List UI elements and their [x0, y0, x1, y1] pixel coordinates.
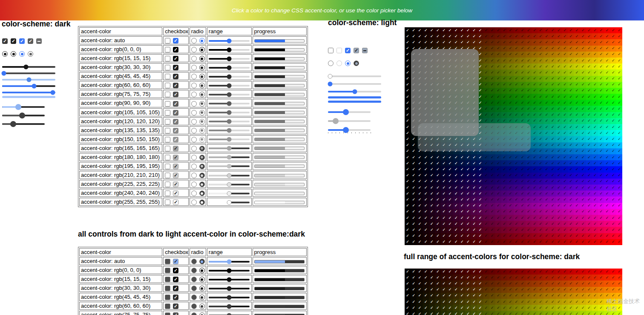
palette-checkbox[interactable]: ✓: [507, 287, 513, 293]
palette-checkbox[interactable]: ✓: [471, 46, 477, 52]
palette-checkbox[interactable]: ✓: [556, 160, 562, 166]
palette-checkbox[interactable]: ✓: [483, 94, 489, 100]
palette-checkbox[interactable]: ✓: [532, 94, 538, 100]
palette-checkbox[interactable]: ✓: [477, 275, 483, 280]
palette-checkbox[interactable]: ✓: [465, 299, 471, 305]
palette-checkbox[interactable]: ✓: [507, 185, 513, 191]
palette-checkbox[interactable]: ✓: [543, 311, 549, 315]
palette-checkbox[interactable]: ✓: [489, 215, 495, 221]
palette-checkbox[interactable]: ✓: [550, 166, 556, 172]
palette-checkbox[interactable]: ✓: [495, 173, 501, 179]
accent-palette-grid-dark[interactable]: ✓✓✓✓✓✓✓✓✓✓✓✓✓✓✓✓✓✓✓✓✓✓✓✓✓✓✓✓✓✓✓✓✓✓✓✓✓✓✓✓…: [405, 269, 622, 315]
palette-checkbox[interactable]: ✓: [514, 311, 520, 315]
radio-button[interactable]: [199, 164, 205, 169]
palette-checkbox[interactable]: ✓: [543, 173, 549, 179]
palette-checkbox[interactable]: ✓: [501, 33, 507, 39]
palette-checkbox[interactable]: ✓: [477, 287, 483, 293]
palette-checkbox[interactable]: ✓: [538, 215, 543, 221]
palette-checkbox[interactable]: ✓: [477, 136, 483, 142]
slider-thumb[interactable]: [227, 110, 231, 115]
palette-checkbox[interactable]: ✓: [556, 275, 562, 280]
palette-checkbox[interactable]: ✓: [465, 106, 471, 112]
palette-checkbox[interactable]: ✓: [447, 52, 453, 58]
palette-checkbox[interactable]: ✓: [441, 209, 447, 215]
palette-checkbox[interactable]: ✓: [592, 179, 598, 185]
palette-checkbox[interactable]: ✓: [453, 64, 459, 69]
palette-checkbox[interactable]: ✓: [543, 27, 549, 33]
palette-checkbox[interactable]: ✓: [411, 69, 417, 75]
palette-checkbox[interactable]: ✓: [471, 82, 477, 88]
palette-checkbox[interactable]: ✓: [471, 173, 477, 179]
palette-checkbox[interactable]: ✓: [532, 197, 538, 202]
palette-checkbox[interactable]: ✓: [459, 52, 465, 58]
palette-checkbox[interactable]: ✓: [507, 52, 513, 58]
palette-checkbox[interactable]: ✓: [465, 305, 471, 311]
palette-checkbox[interactable]: ✓: [471, 311, 477, 315]
checkbox[interactable]: [165, 128, 170, 133]
palette-checkbox[interactable]: ✓: [598, 233, 604, 239]
palette-checkbox[interactable]: ✓: [483, 233, 489, 239]
palette-checkbox[interactable]: ✓: [520, 124, 526, 130]
palette-checkbox[interactable]: ✓: [574, 76, 580, 82]
range-slider[interactable]: [209, 268, 250, 273]
palette-checkbox[interactable]: ✓: [447, 209, 453, 215]
palette-checkbox[interactable]: ✓: [453, 233, 459, 239]
palette-checkbox[interactable]: ✓: [604, 69, 610, 75]
palette-checkbox[interactable]: ✓: [610, 58, 616, 64]
palette-checkbox[interactable]: ✓: [562, 69, 568, 75]
palette-checkbox[interactable]: ✓: [489, 269, 495, 275]
palette-checkbox[interactable]: ✓: [543, 46, 549, 52]
palette-checkbox[interactable]: ✓: [532, 154, 538, 160]
palette-checkbox[interactable]: ✓: [543, 112, 549, 118]
palette-checkbox[interactable]: ✓: [501, 52, 507, 58]
checkbox[interactable]: [165, 259, 170, 264]
palette-checkbox[interactable]: ✓: [465, 142, 471, 148]
palette-checkbox[interactable]: ✓: [423, 52, 429, 58]
palette-checkbox[interactable]: ✓: [580, 269, 586, 275]
palette-checkbox[interactable]: ✓: [435, 209, 441, 215]
checkbox[interactable]: ✓: [173, 155, 178, 160]
palette-checkbox[interactable]: ✓: [550, 100, 556, 106]
palette-checkbox[interactable]: ✓: [543, 197, 549, 202]
palette-checkbox[interactable]: ✓: [562, 118, 568, 124]
palette-checkbox[interactable]: ✓: [580, 76, 586, 82]
palette-checkbox[interactable]: ✓: [610, 69, 616, 75]
palette-checkbox[interactable]: ✓: [471, 227, 477, 233]
range-slider[interactable]: [209, 199, 250, 205]
checkbox[interactable]: ✓: [173, 38, 178, 43]
palette-checkbox[interactable]: ✓: [507, 82, 513, 88]
palette-checkbox[interactable]: ✓: [429, 166, 435, 172]
palette-checkbox[interactable]: ✓: [477, 124, 483, 130]
palette-checkbox[interactable]: ✓: [616, 118, 622, 124]
palette-checkbox[interactable]: ✓: [538, 239, 543, 245]
palette-checkbox[interactable]: ✓: [532, 124, 538, 130]
palette-checkbox[interactable]: ✓: [507, 64, 513, 69]
palette-checkbox[interactable]: ✓: [471, 280, 477, 286]
range-slider[interactable]: [328, 118, 371, 124]
palette-checkbox[interactable]: ✓: [435, 233, 441, 239]
palette-checkbox[interactable]: ✓: [405, 27, 411, 33]
palette-checkbox[interactable]: ✓: [429, 221, 435, 227]
palette-checkbox[interactable]: ✓: [417, 179, 423, 185]
palette-checkbox[interactable]: ✓: [417, 185, 423, 191]
palette-checkbox[interactable]: ✓: [441, 33, 447, 39]
palette-checkbox[interactable]: ✓: [562, 166, 568, 172]
palette-checkbox[interactable]: ✓: [417, 33, 423, 39]
range-slider[interactable]: [328, 81, 381, 87]
palette-checkbox[interactable]: ✓: [526, 76, 532, 82]
palette-checkbox[interactable]: ✓: [471, 112, 477, 118]
palette-checkbox[interactable]: ✓: [459, 239, 465, 245]
palette-checkbox[interactable]: ✓: [580, 94, 586, 100]
palette-checkbox[interactable]: ✓: [543, 124, 549, 130]
palette-checkbox[interactable]: ✓: [520, 33, 526, 39]
palette-checkbox[interactable]: ✓: [580, 233, 586, 239]
palette-checkbox[interactable]: ✓: [532, 311, 538, 315]
palette-checkbox[interactable]: ✓: [580, 52, 586, 58]
palette-checkbox[interactable]: ✓: [586, 221, 592, 227]
palette-checkbox[interactable]: ✓: [556, 148, 562, 154]
palette-checkbox[interactable]: ✓: [604, 287, 610, 293]
palette-checkbox[interactable]: ✓: [429, 160, 435, 166]
palette-checkbox[interactable]: ✓: [429, 52, 435, 58]
palette-checkbox[interactable]: ✓: [514, 239, 520, 245]
palette-checkbox[interactable]: ✓: [501, 136, 507, 142]
